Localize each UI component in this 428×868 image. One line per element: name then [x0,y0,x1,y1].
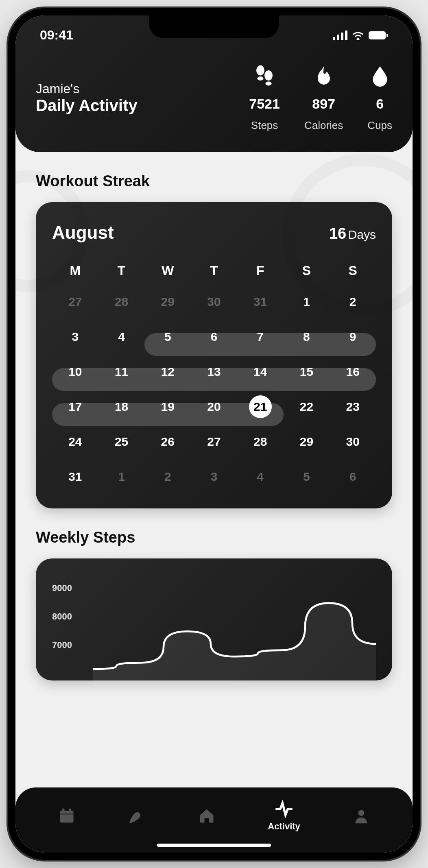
tab-home[interactable] [198,807,216,825]
weekly-steps-title: Weekly Steps [36,529,392,546]
activity-icon [275,800,293,818]
svg-point-10 [266,82,272,86]
day-cell[interactable]: 29 [284,430,330,453]
day-cell[interactable]: 9 [330,325,376,348]
stat-cups-value: 6 [376,96,384,112]
svg-rect-14 [62,809,65,812]
day-cell[interactable]: 21 [249,395,272,418]
droplet-icon [368,64,392,89]
day-cell[interactable]: 11 [98,360,145,383]
day-cell[interactable]: 31 [52,465,98,488]
user-icon [352,807,370,825]
day-cell[interactable]: 15 [284,360,330,383]
calendar-icon [58,807,76,825]
day-cell[interactable]: 18 [98,395,145,418]
day-cell[interactable]: 28 [237,430,284,453]
wifi-icon [352,31,365,40]
svg-point-8 [258,76,264,81]
day-header: M [52,263,98,278]
day-cell[interactable]: 13 [191,360,237,383]
header-owner: Jamie's [36,81,249,96]
svg-point-9 [264,70,273,81]
day-cell[interactable]: 7 [237,325,284,348]
tab-calendar[interactable] [58,807,76,825]
svg-point-16 [358,810,365,816]
status-time: 09:41 [40,28,73,43]
day-cell[interactable]: 1 [284,290,330,313]
tab-profile[interactable] [352,807,370,825]
day-cell[interactable]: 5 [144,325,191,348]
svg-rect-6 [387,34,388,37]
tab-bar: Activity [15,787,413,853]
day-cell[interactable]: 12 [144,360,191,383]
day-cell[interactable]: 24 [52,430,98,453]
fire-icon [312,64,336,89]
day-cell[interactable]: 26 [144,430,191,453]
home-indicator[interactable] [157,844,271,847]
svg-rect-2 [341,33,343,40]
day-cell[interactable]: 1 [98,465,145,488]
svg-rect-1 [337,35,339,40]
chart-card: 900080007000 [36,558,392,680]
stat-calories-label: Calories [304,119,343,132]
home-icon [198,807,216,825]
day-cell[interactable]: 29 [144,290,191,313]
tab-activity[interactable]: Activity [268,800,300,832]
footsteps-icon [252,64,277,89]
day-cell[interactable]: 30 [191,290,237,313]
stat-steps[interactable]: 7521 Steps [249,64,280,132]
day-cell[interactable]: 3 [52,325,98,348]
day-cell[interactable]: 22 [284,395,330,418]
signal-icon [333,31,347,40]
day-header: S [330,263,376,278]
day-cell[interactable]: 27 [191,430,237,453]
day-cell[interactable]: 30 [330,430,376,453]
carrot-icon [128,807,146,825]
y-tick: 9000 [52,583,72,593]
day-cell[interactable]: 23 [330,395,376,418]
day-cell[interactable]: 6 [330,465,376,488]
svg-rect-13 [60,811,74,813]
day-cell[interactable]: 28 [98,290,145,313]
tab-nutrition[interactable] [128,807,146,825]
day-header: S [284,263,330,278]
svg-point-4 [357,37,359,39]
day-cell[interactable]: 14 [237,360,284,383]
day-header: T [191,263,237,278]
stat-calories-value: 897 [312,96,335,112]
battery-icon [369,31,388,40]
day-cell[interactable]: 16 [330,360,376,383]
y-tick: 8000 [52,611,72,622]
day-cell[interactable]: 25 [98,430,145,453]
day-cell[interactable]: 4 [237,465,284,488]
day-header: W [144,263,191,278]
stat-calories[interactable]: 897 Calories [304,64,343,132]
day-cell[interactable]: 5 [284,465,330,488]
chart-line [93,575,376,688]
day-cell[interactable]: 2 [144,465,191,488]
y-tick: 7000 [52,640,72,650]
stat-steps-label: Steps [251,119,278,132]
day-cell[interactable]: 10 [52,360,98,383]
svg-rect-5 [369,31,386,39]
day-cell[interactable]: 8 [284,325,330,348]
day-cell[interactable]: 2 [330,290,376,313]
day-cell[interactable]: 31 [237,290,284,313]
svg-rect-0 [333,37,335,40]
day-cell[interactable]: 27 [52,290,98,313]
svg-rect-3 [345,31,347,40]
svg-point-7 [256,65,264,76]
day-cell[interactable]: 19 [144,395,191,418]
day-cell[interactable]: 17 [52,395,98,418]
calendar-grid: MTWTFSS272829303112345678910111213141516… [52,263,376,488]
svg-rect-15 [69,809,72,812]
day-header: F [237,263,284,278]
day-cell[interactable]: 20 [191,395,237,418]
day-header: T [98,263,145,278]
stat-steps-value: 7521 [249,96,280,112]
day-cell[interactable]: 6 [191,325,237,348]
status-icons [333,28,388,43]
stat-cups[interactable]: 6 Cups [367,64,392,132]
day-cell[interactable]: 4 [98,325,145,348]
day-cell[interactable]: 3 [191,465,237,488]
